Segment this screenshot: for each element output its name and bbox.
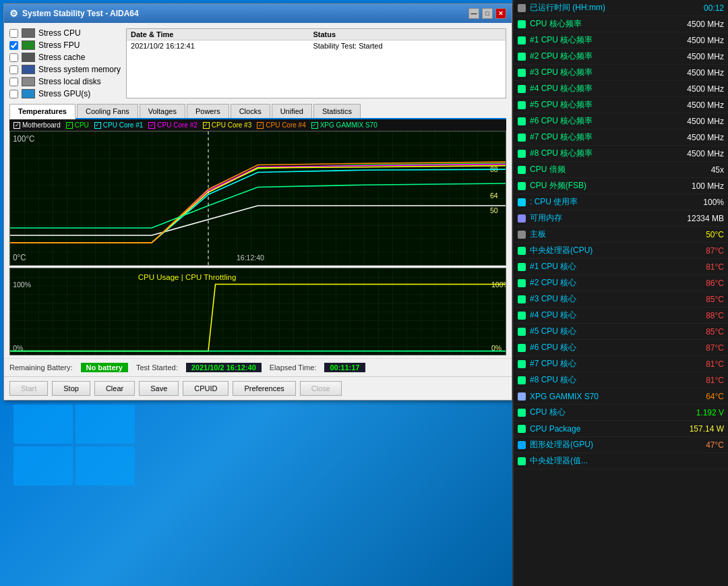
- stat-row-20: #5 CPU 核心85°C: [514, 324, 728, 340]
- stat-label-13: 可用内存: [530, 212, 670, 224]
- stat-icon-19: [518, 312, 526, 320]
- input-cb-fpu[interactable]: [9, 41, 18, 50]
- stat-value-12: 100%: [670, 198, 724, 207]
- legend-label-cpu-core-#1: CPU Core #1: [103, 121, 143, 129]
- tab-clocks[interactable]: Clocks: [231, 104, 270, 118]
- stat-row-10: CPU 倍频45x: [514, 162, 728, 178]
- checkbox-cb-disk[interactable]: Stress local disks: [9, 77, 121, 86]
- stat-label-14: 主板: [530, 229, 670, 240]
- input-cb-gpu[interactable]: [9, 90, 18, 98]
- legend-check-cpu: ✓: [66, 122, 73, 129]
- checkbox-cb-cache[interactable]: Stress cache: [9, 53, 121, 62]
- tabs-area: TemperaturesCooling FansVoltagesPowersCl…: [4, 104, 512, 119]
- checkbox-cb-memory[interactable]: Stress system memory: [9, 65, 121, 74]
- btn-stop[interactable]: Stop: [52, 381, 90, 396]
- tab-fans[interactable]: Cooling Fans: [77, 104, 138, 118]
- close-window-button[interactable]: ✕: [495, 8, 506, 19]
- stat-icon-6: [518, 101, 526, 109]
- checkbox-cb-gpu[interactable]: Stress GPU(s): [9, 89, 121, 98]
- label-cb-memory: Stress system memory: [38, 65, 121, 74]
- legend-label-cpu-core-#2: CPU Core #2: [157, 121, 197, 129]
- log-status: Stability Test: Started: [309, 40, 506, 52]
- stat-icon-23: [518, 376, 526, 384]
- input-cb-memory[interactable]: [9, 65, 18, 74]
- icon-cb-cache: [22, 53, 35, 62]
- stat-icon-11: [518, 182, 526, 190]
- stat-icon-12: [518, 198, 526, 206]
- button-bar: StartStopClearSaveCPUIDPreferencesClose: [4, 376, 512, 400]
- stat-value-18: 85°C: [670, 295, 724, 304]
- legend-check-cpu-core-#2: ✓: [148, 122, 155, 129]
- btn-prefs[interactable]: Preferences: [233, 381, 295, 396]
- stat-row-15: 中央处理器(CPU)87°C: [514, 243, 728, 259]
- btn-clear[interactable]: Clear: [94, 381, 135, 396]
- legend-cpu-core-#3: ✓CPU Core #3: [203, 121, 251, 129]
- stat-label-20: #5 CPU 核心: [530, 326, 670, 337]
- stat-label-17: #2 CPU 核心: [530, 277, 670, 289]
- input-cb-cpu[interactable]: [9, 29, 18, 38]
- legend-xpg-gammix-s70: ✓XPG GAMMIX S70: [311, 121, 377, 129]
- stat-row-18: #3 CPU 核心85°C: [514, 291, 728, 307]
- elapsed-value: 00:11:17: [324, 363, 365, 372]
- stat-icon-28: [518, 457, 526, 465]
- stat-label-25: CPU 核心: [530, 407, 670, 418]
- stat-icon-15: [518, 247, 526, 255]
- tab-stats[interactable]: Statistics: [313, 104, 361, 118]
- window-title: System Stability Test - AIDA64: [22, 9, 139, 18]
- stat-icon-2: [518, 36, 526, 45]
- stat-row-28: 中央处理器(值...: [514, 453, 728, 469]
- tab-temp[interactable]: Temperatures: [9, 104, 75, 119]
- battery-label: Remaining Battery:: [9, 363, 73, 372]
- stat-icon-22: [518, 360, 526, 368]
- stat-label-0: 已运行时间 (HH:mm): [530, 2, 670, 13]
- test-started-value: 2021/10/2 16:12:40: [186, 363, 262, 372]
- stat-label-5: #4 CPU 核心频率: [530, 83, 670, 94]
- stat-value-20: 85°C: [670, 327, 724, 336]
- stat-value-15: 87°C: [670, 246, 724, 256]
- input-cb-disk[interactable]: [9, 78, 18, 86]
- stat-row-12: : CPU 使用率100%: [514, 194, 728, 210]
- btn-cpuid[interactable]: CPUID: [183, 381, 229, 396]
- btn-close: Close: [300, 381, 342, 396]
- legend-label-cpu-core-#4: CPU Core #4: [266, 121, 305, 129]
- stat-row-1: CPU 核心频率4500 MHz: [514, 16, 728, 32]
- stat-value-16: 81°C: [670, 262, 724, 272]
- stats-panel: 已运行时间 (HH:mm)00:12CPU 核心频率4500 MHz#1 CPU…: [512, 0, 728, 586]
- stat-label-4: #3 CPU 核心频率: [530, 67, 670, 78]
- stat-row-8: #7 CPU 核心频率4500 MHz: [514, 129, 728, 146]
- label-cb-cache: Stress cache: [38, 53, 85, 62]
- stat-value-17: 86°C: [670, 279, 724, 288]
- stat-icon-0: [518, 4, 526, 12]
- tab-unified[interactable]: Unified: [272, 104, 312, 118]
- stat-icon-25: [518, 409, 526, 417]
- tab-volt[interactable]: Voltages: [140, 104, 185, 118]
- stat-row-11: CPU 外频(FSB)100 MHz: [514, 178, 728, 194]
- svg-rect-10: [10, 268, 506, 355]
- tab-powers[interactable]: Powers: [187, 104, 229, 118]
- stat-label-1: CPU 核心频率: [530, 18, 670, 30]
- icon-cb-cpu: [22, 28, 35, 38]
- btn-save[interactable]: Save: [139, 381, 179, 396]
- stat-icon-27: [518, 441, 526, 449]
- input-cb-cache[interactable]: [9, 53, 18, 62]
- legend-label-xpg-gammix-s70: XPG GAMMIX S70: [320, 121, 377, 129]
- stat-label-2: #1 CPU 核心频率: [530, 34, 670, 46]
- minimize-button[interactable]: —: [468, 8, 479, 19]
- stat-label-18: #3 CPU 核心: [530, 293, 670, 305]
- checkbox-cb-cpu[interactable]: Stress CPU: [9, 28, 121, 38]
- svg-text:0%: 0%: [13, 344, 24, 352]
- maximize-button[interactable]: □: [482, 8, 493, 19]
- checkbox-cb-fpu[interactable]: Stress FPU: [9, 40, 121, 50]
- stat-row-4: #3 CPU 核心频率4500 MHz: [514, 65, 728, 81]
- stat-label-7: #6 CPU 核心频率: [530, 115, 670, 127]
- stat-value-5: 4500 MHz: [670, 84, 724, 94]
- stat-icon-24: [518, 392, 526, 401]
- stat-row-7: #6 CPU 核心频率4500 MHz: [514, 113, 728, 129]
- stat-icon-16: [518, 263, 526, 271]
- stat-row-2: #1 CPU 核心频率4500 MHz: [514, 32, 728, 49]
- icon-cb-memory: [22, 65, 35, 74]
- stat-row-24: XPG GAMMIX S7064°C: [514, 388, 728, 405]
- stat-row-25: CPU 核心1.192 V: [514, 405, 728, 421]
- elapsed-label: Elapsed Time:: [270, 363, 317, 372]
- svg-rect-1: [10, 131, 506, 265]
